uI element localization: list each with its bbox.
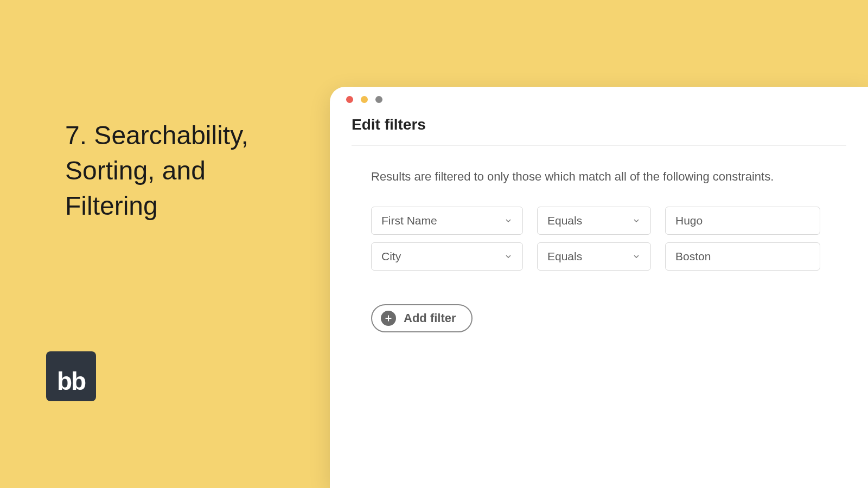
filter-field-select[interactable]: City — [371, 242, 523, 271]
filter-operator-value: Equals — [547, 214, 582, 227]
filter-value-input[interactable]: Hugo — [665, 207, 820, 235]
filter-operator-select[interactable]: Equals — [537, 242, 651, 271]
chevron-down-icon — [632, 216, 641, 225]
filter-row: City Equals Boston — [371, 242, 843, 271]
filter-field-select[interactable]: First Name — [371, 207, 523, 235]
slide-title: 7. Searchability, Sorting, and Filtering — [65, 118, 293, 223]
chevron-down-icon — [504, 252, 513, 261]
chevron-down-icon — [504, 216, 513, 225]
app-window: Edit filters Results are filtered to onl… — [330, 87, 868, 488]
filters-content: Results are filtered to only those which… — [352, 146, 846, 332]
filter-operator-select[interactable]: Equals — [537, 207, 651, 235]
window-titlebar — [330, 87, 868, 112]
filter-value-text: Hugo — [675, 214, 703, 227]
filter-row: First Name Equals Hugo — [371, 207, 843, 235]
filters-description: Results are filtered to only those which… — [371, 170, 843, 184]
filter-operator-value: Equals — [547, 250, 582, 263]
filter-field-value: City — [381, 250, 401, 263]
add-filter-button[interactable]: Add filter — [371, 304, 473, 332]
logo-badge: bb — [46, 351, 96, 401]
window-body: Edit filters Results are filtered to onl… — [330, 112, 868, 332]
add-filter-label: Add filter — [404, 311, 456, 325]
filter-field-value: First Name — [381, 214, 437, 227]
minimize-icon[interactable] — [361, 96, 368, 103]
logo-text: bb — [57, 369, 85, 394]
panel-title: Edit filters — [352, 116, 846, 146]
chevron-down-icon — [632, 252, 641, 261]
close-icon[interactable] — [346, 96, 353, 103]
filter-value-text: Boston — [675, 250, 711, 263]
plus-circle-icon — [381, 311, 396, 326]
filter-value-input[interactable]: Boston — [665, 242, 820, 271]
maximize-icon[interactable] — [375, 96, 382, 103]
